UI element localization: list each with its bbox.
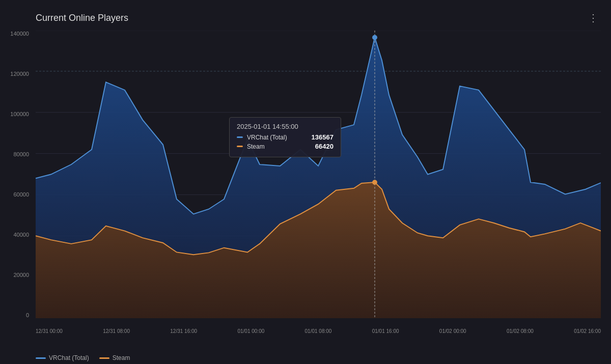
chart-header: Current Online Players ⋮ — [36, 10, 601, 25]
y-label-20k: 20000 — [5, 272, 33, 278]
legend-line-vrc — [36, 357, 46, 359]
y-label-100k: 100000 — [5, 111, 33, 117]
legend-label-vrc: VRChat (Total) — [49, 354, 89, 361]
y-label-120k: 120000 — [5, 71, 33, 77]
legend-item-steam: Steam — [99, 354, 130, 361]
x-axis: 12/31 00:00 12/31 08:00 12/31 16:00 01/0… — [36, 328, 601, 339]
legend-item-vrc: VRChat (Total) — [36, 354, 89, 361]
chart-area: 0 20000 40000 60000 80000 100000 120000 … — [36, 31, 601, 339]
x-label-2: 12/31 16:00 — [170, 328, 197, 339]
y-label-80k: 80000 — [5, 151, 33, 157]
x-label-5: 01/01 16:00 — [372, 328, 399, 339]
steam-dot — [372, 180, 377, 185]
x-label-6: 01/02 00:00 — [439, 328, 466, 339]
x-label-0: 12/31 00:00 — [36, 328, 63, 339]
x-label-3: 01/01 00:00 — [237, 328, 264, 339]
y-label-0: 0 — [5, 312, 33, 318]
y-axis: 0 20000 40000 60000 80000 100000 120000 … — [5, 31, 33, 318]
x-label-1: 12/31 08:00 — [103, 328, 130, 339]
y-label-60k: 60000 — [5, 191, 33, 198]
more-options-button[interactable]: ⋮ — [586, 10, 601, 25]
y-label-140k: 140000 — [5, 31, 33, 37]
x-label-7: 01/02 08:00 — [507, 328, 534, 339]
chart-svg — [36, 31, 601, 318]
y-label-40k: 40000 — [5, 232, 33, 238]
chart-title: Current Online Players — [36, 13, 128, 23]
legend-label-steam: Steam — [113, 354, 130, 361]
chart-legend: VRChat (Total) Steam — [36, 354, 130, 361]
x-label-4: 01/01 08:00 — [305, 328, 332, 339]
main-container: Current Online Players ⋮ 0 20000 40000 6… — [0, 0, 611, 364]
x-label-8: 01/02 16:00 — [574, 328, 601, 339]
legend-line-steam — [99, 357, 109, 359]
vrc-dot — [372, 35, 377, 40]
